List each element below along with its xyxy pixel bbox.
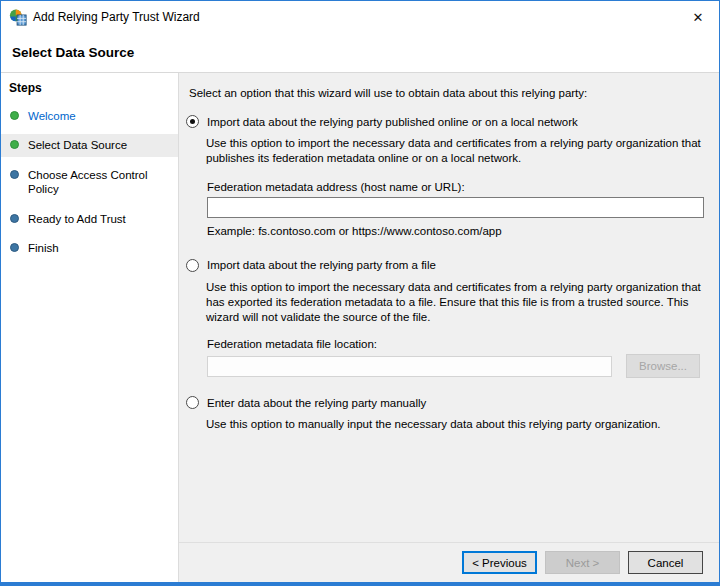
previous-button[interactable]: < Previous	[462, 551, 537, 574]
step-upcoming-bullet-icon	[10, 170, 19, 179]
footer-button-bar: < Previous Next > Cancel	[179, 542, 719, 582]
next-button[interactable]: Next >	[545, 551, 620, 574]
radio-unselected-icon[interactable]	[186, 396, 199, 409]
main-content: Select an option that this wizard will u…	[179, 73, 719, 542]
radio-option-import-file[interactable]: Import data about the relying party from…	[186, 259, 704, 272]
step-upcoming-bullet-icon	[10, 214, 19, 223]
window-title: Add Relying Party Trust Wizard	[33, 10, 200, 24]
file-location-row: Browse...	[207, 354, 704, 378]
metadata-address-example: Example: fs.contoso.com or https://www.c…	[207, 225, 704, 237]
radio-option-label: Import data about the relying party publ…	[207, 116, 578, 128]
radio-unselected-icon[interactable]	[186, 259, 199, 272]
browse-button[interactable]: Browse...	[626, 354, 700, 378]
option-description: Use this option to import the necessary …	[206, 136, 704, 167]
sidebar-item-finish: Finish	[1, 237, 178, 259]
content-column: Select an option that this wizard will u…	[179, 73, 719, 582]
title-bar: Add Relying Party Trust Wizard ✕	[1, 1, 719, 33]
metadata-file-label: Federation metadata file location:	[207, 338, 704, 350]
radio-option-label: Import data about the relying party from…	[207, 259, 436, 271]
wizard-window: Add Relying Party Trust Wizard ✕ Select …	[0, 0, 720, 586]
sidebar-item-ready-to-add-trust: Ready to Add Trust	[1, 208, 178, 230]
page-header: Select Data Source	[1, 33, 719, 73]
metadata-address-input[interactable]	[207, 197, 704, 218]
sidebar-item-choose-access-control-policy: Choose Access Control Policy	[1, 164, 178, 201]
steps-title: Steps	[1, 79, 178, 105]
step-completed-bullet-icon	[10, 111, 19, 120]
option-description: Use this option to import the necessary …	[206, 280, 704, 326]
radio-option-import-online[interactable]: Import data about the relying party publ…	[186, 115, 704, 128]
sidebar-item-label: Welcome	[28, 109, 76, 123]
step-current-bullet-icon	[10, 140, 19, 149]
adfs-wizard-icon	[9, 8, 27, 26]
wizard-body: Steps Welcome Select Data Source Choose …	[1, 73, 719, 582]
metadata-address-label: Federation metadata address (host name o…	[207, 181, 704, 193]
steps-sidebar: Steps Welcome Select Data Source Choose …	[1, 73, 179, 582]
close-button[interactable]: ✕	[677, 1, 719, 33]
radio-option-enter-manually[interactable]: Enter data about the relying party manua…	[186, 396, 704, 409]
sidebar-item-welcome[interactable]: Welcome	[1, 105, 178, 127]
metadata-file-input[interactable]	[207, 356, 612, 377]
sidebar-item-label: Select Data Source	[28, 138, 127, 152]
intro-text: Select an option that this wizard will u…	[189, 87, 704, 99]
option-description: Use this option to manually input the ne…	[206, 417, 704, 432]
radio-option-label: Enter data about the relying party manua…	[207, 397, 426, 409]
page-title: Select Data Source	[12, 45, 134, 60]
close-icon: ✕	[693, 10, 704, 25]
cancel-button[interactable]: Cancel	[628, 551, 703, 574]
sidebar-item-select-data-source: Select Data Source	[1, 134, 178, 156]
sidebar-item-label: Finish	[28, 241, 59, 255]
radio-selected-icon[interactable]	[186, 115, 199, 128]
sidebar-item-label: Ready to Add Trust	[28, 212, 126, 226]
step-upcoming-bullet-icon	[10, 243, 19, 252]
sidebar-item-label: Choose Access Control Policy	[28, 168, 170, 197]
